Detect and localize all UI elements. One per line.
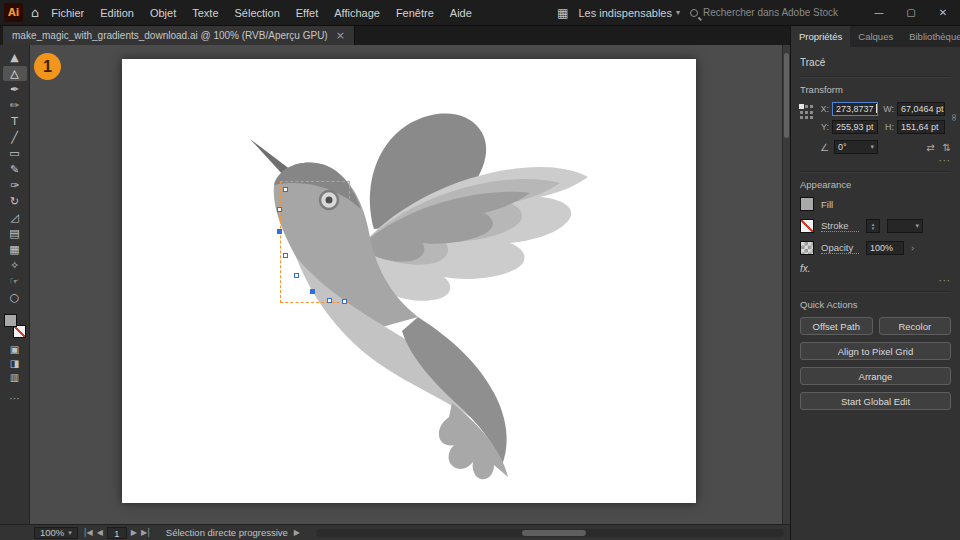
zoom-level-dropdown[interactable]: 100% ▾ [34,527,78,539]
stroke-weight-dropdown[interactable]: ▾ [887,219,923,233]
draw-normal-mode[interactable]: ▣ [3,343,27,356]
menu-affichage[interactable]: Affichage [334,7,380,19]
menu-edition[interactable]: Edition [100,7,134,19]
minimize-button[interactable]: — [868,7,890,18]
x-field[interactable]: 273,8737 [832,102,878,116]
fill-color-swatch[interactable] [800,197,814,211]
fill-stroke-swatches[interactable] [4,314,26,338]
scale-tool[interactable]: ◿ [3,210,27,225]
direct-selection-tool[interactable]: △ [3,66,27,81]
rotate-tool[interactable]: ↻ [3,194,27,209]
artboard-navigation: |◀ ◀ 1 ▶ ▶| [84,527,150,539]
anchor-point[interactable] [294,273,299,278]
line-segment-tool[interactable]: ╱ [3,130,27,145]
type-tool[interactable]: T [3,114,27,129]
draw-inside-mode[interactable]: ▥ [3,371,27,384]
document-tab[interactable]: make_magic_with_gradients_download.ai @ … [3,26,355,45]
anchor-point[interactable] [277,207,282,212]
tab-close-icon[interactable]: × [336,29,345,42]
maximize-button[interactable]: ▢ [900,7,922,18]
start-global-edit-button[interactable]: Start Global Edit [800,392,951,410]
opacity-swatch-icon[interactable] [800,241,814,255]
opacity-options-icon[interactable]: › [911,243,915,253]
offset-path-button[interactable]: Offset Path [800,317,873,335]
curvature-tool[interactable]: ✏ [3,98,27,113]
menu-fichier[interactable]: Fichier [51,7,84,19]
close-button[interactable]: ✕ [932,7,954,18]
hand-tool[interactable]: ☞ [3,274,27,289]
artboard-number-field[interactable]: 1 [107,527,127,539]
toolbar-more-icon[interactable]: ··· [3,391,27,406]
paintbrush-tool[interactable]: ✎ [3,162,27,177]
previous-artboard-icon[interactable]: ◀ [97,528,103,537]
stock-search[interactable] [690,7,858,18]
canvas[interactable]: 1 [30,45,782,524]
selection-bounding-box[interactable] [280,181,350,303]
pencil-tool[interactable]: ✑ [3,178,27,193]
flip-vertical-icon[interactable]: ⇅ [943,142,951,153]
stroke-label[interactable]: Stroke [821,220,859,232]
arrange-documents-icon[interactable]: ▦ [557,6,568,20]
vertical-scrollbar-thumb[interactable] [784,53,789,138]
recolor-button[interactable]: Recolor [879,317,952,335]
tab-proprietes[interactable]: Propriétés [791,26,850,47]
reference-point-locator[interactable] [800,105,813,120]
y-field[interactable]: 255,93 pt [832,120,878,134]
last-artboard-icon[interactable]: ▶| [141,528,150,537]
menu-aide[interactable]: Aide [450,7,472,19]
anchor-point[interactable] [342,299,347,304]
tab-calques[interactable]: Calques [850,26,901,47]
draw-behind-mode[interactable]: ◨ [3,357,27,370]
gradient-tool[interactable]: ▤ [3,226,27,241]
mesh-tool[interactable]: ▦ [3,242,27,257]
horizontal-scrollbar[interactable] [316,529,784,537]
opacity-field[interactable]: 100% [866,241,904,255]
h-field[interactable]: 151,64 pt [897,120,945,134]
zoom-tool[interactable]: ○ [3,290,27,305]
constrain-proportions-icon[interactable]: ∞ [949,113,960,121]
stepper-down-icon[interactable]: ▾ [872,226,875,230]
anchor-point[interactable] [327,298,332,303]
selection-tool[interactable]: ▲ [3,50,27,65]
artboard[interactable] [122,59,696,503]
next-artboard-icon[interactable]: ▶ [131,528,137,537]
opacity-label[interactable]: Opacity [821,242,859,254]
menubar: Ai ⌂ Fichier Edition Objet Texte Sélecti… [0,0,960,26]
status-menu-arrow-icon[interactable]: ▶ [294,528,300,537]
home-icon[interactable]: ⌂ [31,5,39,20]
menu-effet[interactable]: Effet [296,7,318,19]
rotation-field[interactable]: 0° ▾ [834,140,878,154]
h-label: H: [881,122,894,132]
search-icon [690,9,698,17]
tab-bibliotheques[interactable]: Bibliothèques [901,26,960,47]
rotation-angle-icon: ∠ [820,142,829,153]
search-input[interactable] [703,7,853,18]
menu-texte[interactable]: Texte [192,7,218,19]
pen-tool[interactable]: ✒ [3,82,27,97]
anchor-point[interactable] [283,187,288,192]
align-to-pixel-grid-button[interactable]: Align to Pixel Grid [800,342,951,360]
stroke-weight-stepper[interactable]: ▴ ▾ [866,219,880,233]
menu-objet[interactable]: Objet [150,7,176,19]
workspace-selector[interactable]: Les indispensables ▾ [578,7,680,19]
w-field[interactable]: 67,0464 pt [897,102,945,116]
anchor-point[interactable] [283,253,288,258]
arrange-button[interactable]: Arrange [800,367,951,385]
rectangle-tool[interactable]: ▭ [3,146,27,161]
transform-more-options-icon[interactable]: ··· [800,158,951,164]
menu-selection[interactable]: Sélection [235,7,280,19]
fill-swatch[interactable] [4,314,17,327]
stroke-color-swatch[interactable] [800,219,814,233]
first-artboard-icon[interactable]: |◀ [84,528,93,537]
eyedropper-tool[interactable]: ✧ [3,258,27,273]
fx-button[interactable]: fx. [800,263,951,274]
document-tabstrip: make_magic_with_gradients_download.ai @ … [0,26,790,45]
menu-fenetre[interactable]: Fenêtre [396,7,434,19]
flip-horizontal-icon[interactable]: ⇄ [926,142,934,153]
vertical-scrollbar[interactable] [782,45,790,524]
horizontal-scrollbar-thumb[interactable] [522,530,586,536]
anchor-point-selected[interactable] [310,289,315,294]
appearance-more-options-icon[interactable]: ··· [800,278,951,284]
app-logo-icon[interactable]: Ai [4,3,23,22]
anchor-point-selected[interactable] [277,229,282,234]
